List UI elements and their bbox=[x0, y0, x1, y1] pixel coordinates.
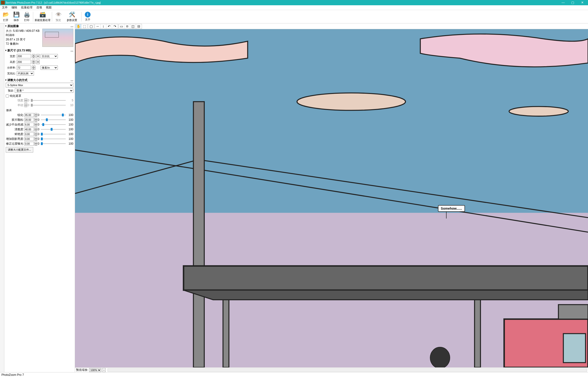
view-split-h[interactable]: ⊟ bbox=[136, 24, 142, 28]
select-tool[interactable]: ▢ bbox=[88, 24, 94, 28]
grain-spinner[interactable]: ▴▾ bbox=[34, 118, 37, 122]
vivid-input[interactable] bbox=[24, 132, 34, 136]
radius-slider[interactable] bbox=[31, 104, 66, 107]
toolbar: 📂打开 💾保存 🖨️打印 🗃️新建批量处理 👁️预览 🛠️参数设置 i关于 bbox=[0, 10, 588, 24]
aspect-select[interactable]: 约束比例 bbox=[17, 71, 34, 76]
about-button[interactable]: i关于 bbox=[82, 11, 93, 23]
maximize-button[interactable]: ▢ bbox=[568, 0, 577, 5]
svg-rect-8 bbox=[193, 102, 204, 367]
artifact-input[interactable] bbox=[24, 123, 34, 127]
horizontal-scrollbar[interactable] bbox=[108, 368, 587, 372]
resolution-input[interactable] bbox=[17, 66, 31, 70]
grain-slider[interactable] bbox=[41, 118, 66, 121]
radius-spinner[interactable]: ▴▾ bbox=[24, 103, 27, 107]
print-button[interactable]: 🖨️打印 bbox=[22, 11, 32, 23]
vivid-slider[interactable] bbox=[41, 133, 66, 136]
crisp-spinner[interactable]: ▴▾ bbox=[34, 127, 37, 131]
original-info: 大小: 5.93 MB / 409.07 KB RGB/8 26.67 x 15… bbox=[6, 29, 42, 47]
max-label: 100 bbox=[67, 128, 73, 131]
intensity-max: 5 bbox=[67, 99, 73, 102]
preset-select[interactable]: 普通 * bbox=[15, 88, 73, 93]
intensity-spinner[interactable]: ▴▾ bbox=[24, 98, 27, 102]
zoom-select[interactable]: 100% bbox=[89, 368, 101, 372]
window-title: BenVista PhotoZoom Pro 7.0.2 - [v2-caf11… bbox=[6, 1, 558, 4]
section-method[interactable]: ▼调整大小的方式… bbox=[5, 78, 74, 82]
sharp-slider[interactable] bbox=[41, 114, 66, 117]
grain-input[interactable] bbox=[24, 118, 34, 122]
crop-tool[interactable]: ⬚ bbox=[81, 24, 87, 28]
view-split-v[interactable]: ◫ bbox=[130, 24, 136, 28]
menu-edit[interactable]: 编辑 bbox=[10, 5, 19, 10]
view-single[interactable]: ▭ bbox=[119, 24, 124, 28]
expo-slider[interactable] bbox=[41, 142, 66, 145]
svg-point-16 bbox=[430, 347, 450, 367]
sharp-input[interactable] bbox=[24, 113, 34, 117]
section-newsize[interactable]: ▼新尺寸 (23.73 MB)… bbox=[5, 48, 74, 53]
app-icon bbox=[1, 1, 5, 5]
width-input[interactable] bbox=[17, 54, 31, 58]
vivid-spinner[interactable]: ▴▾ bbox=[34, 132, 37, 136]
expo-spinner[interactable]: ▴▾ bbox=[34, 142, 37, 146]
preview-button[interactable]: 👁️预览 bbox=[53, 11, 64, 23]
svg-point-3 bbox=[509, 106, 568, 116]
zoom-left[interactable]: ‹ bbox=[102, 368, 106, 372]
crisp-slider[interactable] bbox=[41, 128, 66, 131]
crisp-input[interactable] bbox=[24, 127, 34, 131]
rotate-cw-tool[interactable]: ↷ bbox=[112, 24, 118, 28]
menu-view[interactable]: 视图 bbox=[44, 5, 54, 10]
params-button[interactable]: 🛠️参数设置 bbox=[64, 11, 80, 23]
rotate-ccw-tool[interactable]: ↶ bbox=[106, 24, 112, 28]
height-spinner[interactable]: ▴▾ bbox=[32, 60, 35, 64]
save-button[interactable]: 💾保存 bbox=[11, 11, 22, 23]
link-icon[interactable]: ⫘ bbox=[36, 60, 40, 64]
width-spinner[interactable]: ▴▾ bbox=[32, 54, 35, 58]
max-label: 100 bbox=[67, 137, 73, 141]
status-text: PhotoZoom Pro 7 bbox=[1, 373, 24, 377]
side-panel: ▼原始图像… 大小: 5.93 MB / 409.07 KB RGB/8 26.… bbox=[4, 24, 75, 372]
open-button[interactable]: 📂打开 bbox=[0, 11, 11, 23]
unsharp-checkbox[interactable] bbox=[6, 94, 9, 97]
close-button[interactable]: ✕ bbox=[577, 0, 587, 5]
batch-label: 新建批量处理 bbox=[35, 18, 50, 22]
hand-tool[interactable]: ✋ bbox=[76, 24, 81, 28]
artifact-spinner[interactable]: ▴▾ bbox=[34, 123, 37, 127]
min-label: 0 bbox=[38, 113, 39, 117]
thumbnail[interactable] bbox=[42, 29, 73, 47]
intensity-slider[interactable] bbox=[31, 99, 66, 102]
minimize-button[interactable]: — bbox=[558, 0, 568, 5]
res-unit-select[interactable]: 像素/in bbox=[41, 66, 58, 70]
svg-point-2 bbox=[297, 93, 406, 110]
shadow-input[interactable] bbox=[24, 137, 34, 141]
preview-image bbox=[75, 29, 588, 367]
menu-batch[interactable]: 批量处理 bbox=[19, 5, 34, 10]
more-button[interactable]: … bbox=[69, 24, 74, 28]
resize-profile-button[interactable]: 调整大小配置文件... bbox=[6, 147, 33, 153]
menu-file[interactable]: 文件 bbox=[0, 5, 10, 10]
svg-marker-10 bbox=[183, 290, 588, 300]
unit-select[interactable]: 百分比 bbox=[41, 54, 58, 58]
dim-info: 26.67 x 15 英寸 bbox=[6, 37, 42, 42]
flip-h-tool[interactable]: ↔ bbox=[95, 24, 101, 28]
intensity-min: 0 bbox=[28, 99, 29, 102]
shadow-spinner[interactable]: ▴▾ bbox=[34, 137, 37, 141]
view-split-center[interactable]: ⧈ bbox=[124, 24, 130, 28]
separator bbox=[33, 12, 33, 22]
section-original[interactable]: ▼原始图像… bbox=[5, 24, 74, 28]
folder-open-icon: 📂 bbox=[2, 11, 9, 18]
method-select[interactable]: S-Spline Max bbox=[6, 83, 73, 87]
expo-input[interactable] bbox=[24, 142, 34, 146]
flip-v-tool[interactable]: ↕ bbox=[101, 24, 106, 28]
resolution-spinner[interactable]: ▴▾ bbox=[32, 66, 35, 70]
link-icon[interactable]: ⫘ bbox=[36, 54, 40, 58]
new-batch-button[interactable]: 🗃️新建批量处理 bbox=[34, 11, 51, 23]
shadow-slider[interactable] bbox=[41, 138, 66, 140]
height-input[interactable] bbox=[17, 60, 31, 64]
more-button[interactable]: … bbox=[69, 78, 74, 82]
sharp-spinner[interactable]: ▴▾ bbox=[34, 113, 37, 117]
more-button[interactable]: … bbox=[69, 49, 74, 52]
menu-options[interactable]: 选项 bbox=[34, 5, 44, 10]
min-label: 0 bbox=[38, 132, 39, 136]
artifact-slider[interactable] bbox=[41, 123, 66, 126]
aspect-label: 宽高比: bbox=[6, 72, 16, 75]
preview-canvas[interactable]: Somehow...... bbox=[75, 29, 588, 367]
